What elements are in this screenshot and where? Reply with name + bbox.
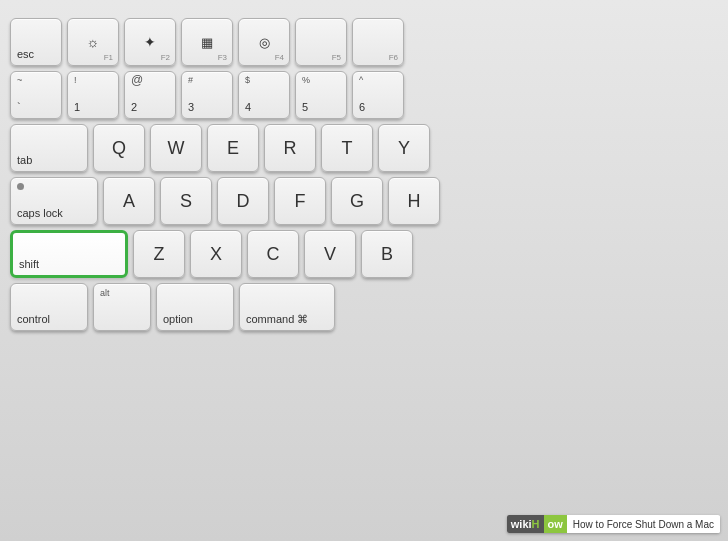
key-v[interactable]: V [304, 230, 356, 278]
key-w[interactable]: W [150, 124, 202, 172]
asdf-row: caps lock A S D F G H [10, 177, 718, 225]
key-3[interactable]: # 3 [181, 71, 233, 119]
keyboard-image: esc ☼ F1 ✦ F2 ▦ F3 ◎ F4 F5 F6 ~ ` [0, 0, 728, 541]
zxcv-row: shift Z X C V B [10, 230, 718, 278]
key-5[interactable]: % 5 [295, 71, 347, 119]
key-g[interactable]: G [331, 177, 383, 225]
key-f4[interactable]: ◎ F4 [238, 18, 290, 66]
wikihow-article-title: How to Force Shut Down a Mac [567, 516, 720, 533]
qwerty-row: tab Q W E R T Y [10, 124, 718, 172]
wiki-logo-wiki: wikiH [507, 515, 544, 533]
key-h[interactable]: H [388, 177, 440, 225]
key-c[interactable]: C [247, 230, 299, 278]
key-z[interactable]: Z [133, 230, 185, 278]
key-1[interactable]: ! 1 [67, 71, 119, 119]
key-tilde[interactable]: ~ ` [10, 71, 62, 119]
key-shift-left[interactable]: shift [10, 230, 128, 278]
key-f[interactable]: F [274, 177, 326, 225]
key-r[interactable]: R [264, 124, 316, 172]
key-tab[interactable]: tab [10, 124, 88, 172]
key-e[interactable]: E [207, 124, 259, 172]
key-4[interactable]: $ 4 [238, 71, 290, 119]
key-esc[interactable]: esc [10, 18, 62, 66]
key-f1[interactable]: ☼ F1 [67, 18, 119, 66]
key-f2[interactable]: ✦ F2 [124, 18, 176, 66]
wiki-logo-how: ow [544, 515, 567, 533]
key-x[interactable]: X [190, 230, 242, 278]
numbers-row: ~ ` ! 1 @ 2 # 3 $ 4 % 5 ^ 6 [10, 71, 718, 119]
key-s[interactable]: S [160, 177, 212, 225]
key-alt[interactable]: alt [93, 283, 151, 331]
key-caps-lock[interactable]: caps lock [10, 177, 98, 225]
key-f6[interactable]: F6 [352, 18, 404, 66]
key-option[interactable]: option [156, 283, 234, 331]
modifier-row: control alt option command ⌘ [10, 283, 718, 331]
key-a[interactable]: A [103, 177, 155, 225]
key-f5[interactable]: F5 [295, 18, 347, 66]
caps-lock-indicator [17, 183, 24, 190]
key-control[interactable]: control [10, 283, 88, 331]
key-command[interactable]: command ⌘ [239, 283, 335, 331]
key-q[interactable]: Q [93, 124, 145, 172]
key-f3[interactable]: ▦ F3 [181, 18, 233, 66]
function-row: esc ☼ F1 ✦ F2 ▦ F3 ◎ F4 F5 F6 [10, 18, 718, 66]
key-b[interactable]: B [361, 230, 413, 278]
key-y[interactable]: Y [378, 124, 430, 172]
key-6[interactable]: ^ 6 [352, 71, 404, 119]
wikihow-badge: wikiH ow How to Force Shut Down a Mac [507, 515, 720, 533]
key-d[interactable]: D [217, 177, 269, 225]
key-2[interactable]: @ 2 [124, 71, 176, 119]
key-t[interactable]: T [321, 124, 373, 172]
